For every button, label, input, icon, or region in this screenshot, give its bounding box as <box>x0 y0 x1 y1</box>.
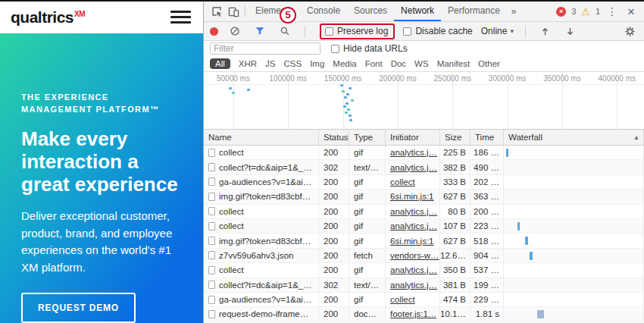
request-type: text/… <box>349 160 386 174</box>
request-size: 474 B <box>440 293 470 306</box>
initiator-link[interactable]: analytics.j… <box>390 207 437 216</box>
filter-chip-all[interactable]: All <box>210 58 230 69</box>
request-size: 225 B <box>440 146 470 159</box>
error-count-badge: 3 <box>571 7 576 16</box>
tab-network[interactable]: Network <box>394 2 441 21</box>
filter-chip-img[interactable]: Img <box>310 59 324 68</box>
col-header-size[interactable]: Size <box>440 130 470 145</box>
filter-chip-css[interactable]: CSS <box>283 59 302 68</box>
initiator-link[interactable]: analytics.j… <box>390 163 437 172</box>
filter-input[interactable] <box>210 42 320 55</box>
tab-sources[interactable]: Sources <box>347 2 394 21</box>
timeline-overview[interactable]: 50000 ms100000 ms150000 ms200000 ms25000… <box>204 72 644 130</box>
request-size: 10.1… <box>440 307 470 321</box>
tab-performance[interactable]: Performance <box>441 2 507 21</box>
waterfall-bar <box>506 149 508 157</box>
filter-chip-other[interactable]: Other <box>478 59 500 68</box>
timeline-label-divider <box>204 84 644 85</box>
preserve-log-label: Preserve log <box>337 26 388 36</box>
network-request-row[interactable]: collect 200 gif analytics.j… 225 B 186 … <box>204 146 644 160</box>
filter-chip-font[interactable]: Font <box>365 59 383 68</box>
inspect-element-icon[interactable] <box>208 2 225 21</box>
error-icon[interactable]: × <box>556 7 566 17</box>
network-request-row[interactable]: request-demo-iframe… 200 doc… footer.js:… <box>204 307 644 321</box>
throttling-value: Online <box>481 26 508 36</box>
network-request-row[interactable]: collect?t=dc&aip=1&_… 302 text/… analyti… <box>204 278 644 293</box>
record-button[interactable] <box>210 27 218 36</box>
network-request-row[interactable]: collect 200 gif analytics.j… 107 B 223 … <box>204 219 644 234</box>
initiator-link[interactable]: vendors-w… <box>390 251 439 260</box>
filter-chip-media[interactable]: Media <box>333 59 356 68</box>
request-status: 302 <box>319 160 349 174</box>
col-header-type[interactable]: Type <box>349 130 386 145</box>
throttling-dropdown[interactable]: Online ▾ <box>481 26 514 36</box>
col-header-initiator[interactable]: Initiator <box>386 130 440 145</box>
logo-xm-mark: XM <box>74 10 85 18</box>
col-header-time[interactable]: Time <box>470 130 504 145</box>
initiator-link[interactable]: analytics.j… <box>390 265 437 274</box>
timeline-activity-mark <box>343 105 346 108</box>
tabbar-right-controls: × 3 ⚠ 1 ⋮ × <box>556 5 639 18</box>
request-time: 1.81 s <box>470 307 504 321</box>
initiator-link[interactable]: analytics.j… <box>390 221 437 230</box>
initiator-link[interactable]: footer.js:1… <box>390 309 436 318</box>
timeline-activity-mark <box>340 84 343 86</box>
hero-section: THE EXPERIENCE MANAGEMENT PLATFORM™ Make… <box>0 33 203 323</box>
qualtrics-logo[interactable]: qualtricsXM <box>11 8 85 27</box>
request-type: gif <box>349 293 386 306</box>
initiator-link[interactable]: collect <box>390 295 415 304</box>
network-request-row[interactable]: collect?t=dc&aip=1&_… 302 text/… analyti… <box>204 160 644 174</box>
initiator-link[interactable]: analytics.j… <box>390 281 437 290</box>
waterfall-bar <box>530 252 533 260</box>
filter-chip-ws[interactable]: WS <box>414 59 429 68</box>
initiator-link[interactable]: collect <box>390 177 415 187</box>
timeline-activity-mark <box>342 90 345 93</box>
network-toolbar: Preserve log Disable cache Online ▾ <box>204 22 644 41</box>
request-time: 199 … <box>470 278 504 292</box>
col-header-name[interactable]: Name <box>204 130 319 145</box>
toolbar-separator <box>525 26 526 37</box>
col-header-status[interactable]: Status <box>319 130 349 145</box>
file-icon <box>208 281 215 289</box>
network-request-row[interactable]: ga-audiences?v=1&ai… 200 gif collect 333… <box>204 175 644 190</box>
filter-chip-doc[interactable]: Doc <box>391 59 406 68</box>
filter-chip-xhr[interactable]: XHR <box>239 59 257 68</box>
filter-funnel-icon[interactable] <box>252 22 268 40</box>
initiator-link[interactable]: analytics.j… <box>390 148 437 157</box>
request-name: collect?t=dc&aip=1&_… <box>219 163 312 172</box>
initiator-link[interactable]: 6si.min.js:1 <box>390 192 434 201</box>
tab-console[interactable]: Console <box>300 2 347 21</box>
more-tabs-icon[interactable]: » <box>507 6 521 17</box>
request-type: gif <box>349 205 386 218</box>
annotation-step-badge: 5 <box>280 7 296 24</box>
warning-icon[interactable]: ⚠ <box>581 7 590 17</box>
close-devtools-icon[interactable]: × <box>624 5 638 18</box>
request-type: gif <box>349 263 386 277</box>
device-toolbar-icon[interactable] <box>225 2 242 21</box>
filter-chip-js[interactable]: JS <box>265 59 275 68</box>
hide-data-urls-checkbox[interactable]: Hide data URLs <box>331 43 408 54</box>
preserve-log-checkbox[interactable]: Preserve log <box>320 24 395 39</box>
request-demo-button[interactable]: REQUEST DEMO <box>21 293 136 323</box>
initiator-link[interactable]: 6si.min.js:1 <box>390 237 434 246</box>
timeline-activity-mark <box>247 89 250 91</box>
clear-icon[interactable] <box>227 22 243 40</box>
network-request-row[interactable]: img.gif?token=d83cbf… 200 gif 6si.min.js… <box>204 234 644 248</box>
hamburger-menu-icon[interactable] <box>170 8 191 27</box>
request-size: 12.6… <box>440 249 470 262</box>
network-request-row[interactable]: img.gif?token=d83cbf… 200 gif 6si.min.js… <box>204 190 644 204</box>
sort-arrow-icon[interactable]: ▲ <box>633 134 639 141</box>
import-har-icon[interactable] <box>537 22 554 40</box>
network-request-row[interactable]: ga-audiences?v=1&ai… 200 gif collect 474… <box>204 293 644 307</box>
search-icon[interactable] <box>277 22 293 40</box>
disable-cache-checkbox[interactable]: Disable cache <box>403 26 472 36</box>
filter-chip-manifest[interactable]: Manifest <box>437 59 470 68</box>
col-header-waterfall[interactable]: Waterfall ▲ <box>504 130 644 145</box>
network-request-row[interactable]: collect 200 gif analytics.j… 350 B 537 … <box>204 263 644 278</box>
network-request-row[interactable]: collect 200 gif analytics.j… 80 B 200 … <box>204 205 644 219</box>
network-request-row[interactable]: z7vv59u6ahv3.json 200 fetch vendors-w… 1… <box>204 249 644 263</box>
devtools-menu-icon[interactable]: ⋮ <box>605 5 619 17</box>
settings-gear-icon[interactable] <box>621 22 638 40</box>
request-time: 904 … <box>470 249 504 262</box>
export-har-icon[interactable] <box>562 22 579 40</box>
